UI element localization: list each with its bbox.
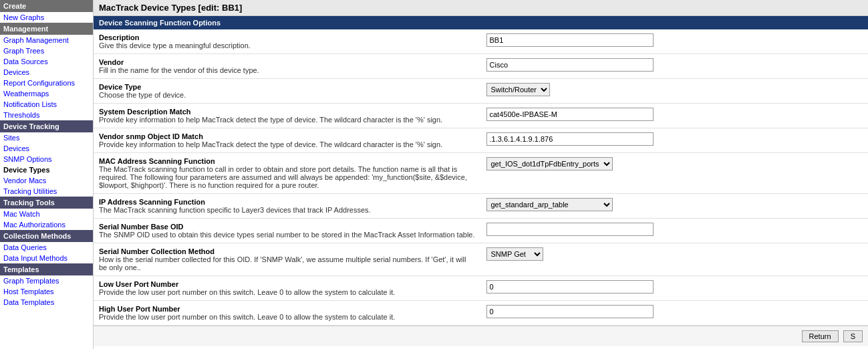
field-label-description: Description bbox=[99, 33, 140, 41]
form-row-ip_scan_function: IP Address Scanning FunctionThe MacTrack… bbox=[94, 194, 868, 219]
label-cell-vendor_snmp_oid: Vendor snmp Object ID MatchProvide key i… bbox=[94, 128, 481, 153]
sidebar-item-graph-trees[interactable]: Graph Trees bbox=[0, 45, 93, 56]
select-device_type[interactable]: Switch/RouterRouterSwitchHub bbox=[486, 83, 550, 96]
form-row-mac_scan_function: MAC Address Scanning FunctionThe MacTrac… bbox=[94, 153, 868, 194]
field-desc-description: Give this device type a meaningful descr… bbox=[99, 41, 476, 49]
input-cell-serial_oid bbox=[481, 219, 869, 243]
field-label-vendor_snmp_oid: Vendor snmp Object ID Match bbox=[99, 132, 203, 140]
field-desc-vendor_snmp_oid: Provide key information to help MacTrack… bbox=[99, 140, 476, 148]
input-cell-vendor bbox=[481, 54, 869, 79]
page-title: MacTrack Device Types [edit: BB1] bbox=[94, 0, 868, 16]
input-cell-serial_method: SNMP GetSNMP Walk bbox=[481, 243, 869, 276]
form-row-serial_method: Serial Number Collection MethodHow is th… bbox=[94, 243, 868, 276]
input-cell-mac_scan_function: get_IOS_dot1dTpFdbEntry_portsget_standar… bbox=[481, 153, 869, 194]
sidebar-item-data-input-methods[interactable]: Data Input Methods bbox=[0, 253, 93, 263]
input-high_port[interactable] bbox=[486, 305, 654, 318]
sidebar-item-thresholds[interactable]: Thresholds bbox=[0, 110, 93, 120]
sidebar-item-snmp-options[interactable]: SNMP Options bbox=[0, 154, 93, 164]
sidebar: CreateNew GraphsManagementGraph Manageme… bbox=[0, 0, 94, 349]
sidebar-sub-header: Templates bbox=[0, 263, 93, 275]
label-cell-ip_scan_function: IP Address Scanning FunctionThe MacTrack… bbox=[94, 194, 481, 219]
return-button[interactable]: Return bbox=[802, 330, 839, 342]
field-label-low_port: Low User Port Number bbox=[99, 280, 178, 288]
select-serial_method[interactable]: SNMP GetSNMP Walk bbox=[486, 247, 543, 261]
sidebar-item-sites[interactable]: Sites bbox=[0, 132, 93, 143]
sidebar-item-devices[interactable]: Devices bbox=[0, 67, 93, 78]
input-system_desc_match[interactable] bbox=[486, 108, 654, 121]
sidebar-header: Management bbox=[0, 23, 93, 35]
sidebar-item-graph-management[interactable]: Graph Management bbox=[0, 35, 93, 45]
form-row-device_type: Device TypeChoose the type of device.Swi… bbox=[94, 79, 868, 104]
input-description[interactable] bbox=[486, 33, 654, 47]
field-label-serial_method: Serial Number Collection Method bbox=[99, 247, 214, 255]
input-cell-system_desc_match bbox=[481, 104, 869, 128]
form-table: DescriptionGive this device type a meani… bbox=[94, 29, 868, 326]
field-label-system_desc_match: System Description Match bbox=[99, 108, 191, 116]
input-cell-high_port bbox=[481, 301, 869, 326]
label-cell-low_port: Low User Port NumberProvide the low user… bbox=[94, 276, 481, 301]
sidebar-item-notification-lists[interactable]: Notification Lists bbox=[0, 99, 93, 110]
label-cell-device_type: Device TypeChoose the type of device. bbox=[94, 79, 481, 104]
input-cell-device_type: Switch/RouterRouterSwitchHub bbox=[481, 79, 869, 104]
field-desc-high_port: Provide the low user port number on this… bbox=[99, 313, 476, 321]
input-cell-description bbox=[481, 29, 869, 54]
form-row-vendor: VendorFill in the name for the vendor of… bbox=[94, 54, 868, 79]
label-cell-system_desc_match: System Description MatchProvide key info… bbox=[94, 104, 481, 128]
field-desc-system_desc_match: Provide key information to help MacTrack… bbox=[99, 116, 476, 124]
input-cell-low_port bbox=[481, 276, 869, 301]
input-cell-ip_scan_function: get_standard_arp_tableget_IOS_dot1dTpFdb… bbox=[481, 194, 869, 219]
sidebar-item-mac-watch[interactable]: Mac Watch bbox=[0, 209, 93, 219]
label-cell-serial_method: Serial Number Collection MethodHow is th… bbox=[94, 243, 481, 276]
field-desc-serial_method: How is the serial number collected for t… bbox=[99, 255, 476, 271]
input-vendor[interactable] bbox=[486, 58, 654, 72]
input-low_port[interactable] bbox=[486, 280, 654, 294]
section-header: Device Scanning Function Options bbox=[94, 16, 868, 29]
field-label-device_type: Device Type bbox=[99, 83, 141, 91]
sidebar-sub-header: Device Tracking bbox=[0, 120, 93, 132]
field-label-high_port: High User Port Number bbox=[99, 305, 180, 313]
sidebar-item-tracking-utilities[interactable]: Tracking Utilities bbox=[0, 186, 93, 197]
label-cell-vendor: VendorFill in the name for the vendor of… bbox=[94, 54, 481, 79]
sidebar-item-new-graphs[interactable]: New Graphs bbox=[0, 12, 93, 23]
input-serial_oid[interactable] bbox=[486, 223, 654, 236]
field-desc-ip_scan_function: The MacTrack scanning function specific … bbox=[99, 206, 476, 214]
sidebar-item-data-templates[interactable]: Data Templates bbox=[0, 297, 93, 308]
label-cell-mac_scan_function: MAC Address Scanning FunctionThe MacTrac… bbox=[94, 153, 481, 194]
sidebar-sub-header: Collection Methods bbox=[0, 230, 93, 242]
footer-bar: Return S bbox=[94, 326, 868, 346]
sidebar-sub-header: Tracking Tools bbox=[0, 197, 93, 209]
select-ip_scan_function[interactable]: get_standard_arp_tableget_IOS_dot1dTpFdb… bbox=[486, 198, 613, 211]
main-content: MacTrack Device Types [edit: BB1] Device… bbox=[94, 0, 868, 349]
field-label-ip_scan_function: IP Address Scanning Function bbox=[99, 198, 205, 206]
field-desc-device_type: Choose the type of device. bbox=[99, 91, 476, 99]
sidebar-item-graph-templates[interactable]: Graph Templates bbox=[0, 275, 93, 286]
form-row-serial_oid: Serial Number Base OIDThe SNMP OID used … bbox=[94, 219, 868, 243]
sidebar-item-data-queries[interactable]: Data Queries bbox=[0, 242, 93, 253]
input-cell-vendor_snmp_oid bbox=[481, 128, 869, 153]
sidebar-header: Create bbox=[0, 0, 93, 12]
field-desc-vendor: Fill in the name for the vendor of this … bbox=[99, 66, 476, 74]
sidebar-item-host-templates[interactable]: Host Templates bbox=[0, 286, 93, 297]
label-cell-description: DescriptionGive this device type a meani… bbox=[94, 29, 481, 54]
form-row-system_desc_match: System Description MatchProvide key info… bbox=[94, 104, 868, 128]
sidebar-item-device-types: Device Types bbox=[0, 164, 93, 175]
sidebar-item-mac-authorizations[interactable]: Mac Authorizations bbox=[0, 219, 93, 230]
field-label-serial_oid: Serial Number Base OID bbox=[99, 223, 184, 231]
sidebar-item-report-configurations[interactable]: Report Configurations bbox=[0, 78, 93, 88]
field-desc-low_port: Provide the low user port number on this… bbox=[99, 288, 476, 296]
field-desc-mac_scan_function: The MacTrack scanning function to call i… bbox=[99, 165, 476, 189]
select-mac_scan_function[interactable]: get_IOS_dot1dTpFdbEntry_portsget_standar… bbox=[486, 157, 613, 170]
sidebar-item-weathermaps[interactable]: Weathermaps bbox=[0, 88, 93, 99]
sidebar-item-vendor-macs[interactable]: Vendor Macs bbox=[0, 175, 93, 186]
form-row-high_port: High User Port NumberProvide the low use… bbox=[94, 301, 868, 326]
sidebar-item-devices[interactable]: Devices bbox=[0, 143, 93, 154]
sidebar-item-data-sources[interactable]: Data Sources bbox=[0, 56, 93, 67]
input-vendor_snmp_oid[interactable] bbox=[486, 132, 654, 146]
field-label-mac_scan_function: MAC Address Scanning Function bbox=[99, 157, 215, 165]
field-label-vendor: Vendor bbox=[99, 58, 124, 66]
form-row-low_port: Low User Port NumberProvide the low user… bbox=[94, 276, 868, 301]
form-row-description: DescriptionGive this device type a meani… bbox=[94, 29, 868, 54]
save-button[interactable]: S bbox=[843, 330, 863, 342]
form-row-vendor_snmp_oid: Vendor snmp Object ID MatchProvide key i… bbox=[94, 128, 868, 153]
label-cell-high_port: High User Port NumberProvide the low use… bbox=[94, 301, 481, 326]
